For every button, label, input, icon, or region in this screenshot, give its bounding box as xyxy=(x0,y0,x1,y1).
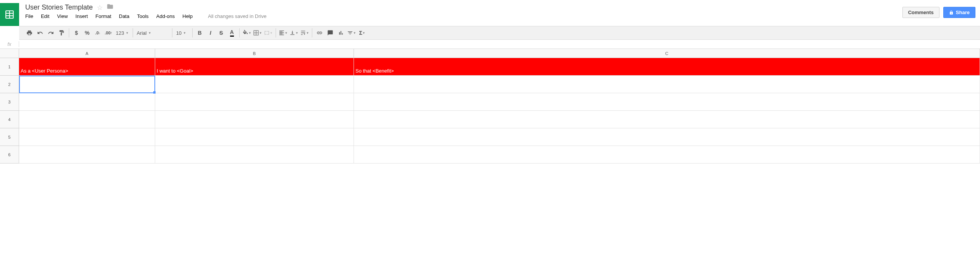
row-header-5[interactable]: 5 xyxy=(0,128,19,146)
cell-c5[interactable] xyxy=(354,128,980,146)
col-header-a[interactable]: A xyxy=(19,49,155,58)
caret-icon: ▼ xyxy=(306,31,309,35)
menu-help[interactable]: Help xyxy=(182,13,193,19)
toolbar: $ % .0↓ .00↑ 123 ▼ Arial ▼ 10 ▼ B I S A … xyxy=(19,26,980,40)
cell-c2[interactable] xyxy=(354,76,980,93)
cell-a1[interactable]: As a <User Persona> xyxy=(19,58,155,76)
cell-a3[interactable] xyxy=(19,93,155,111)
undo-icon[interactable] xyxy=(35,28,45,38)
row-header-1[interactable]: 1 xyxy=(0,58,19,76)
menu-tools[interactable]: Tools xyxy=(137,13,148,19)
percent-button[interactable]: % xyxy=(82,28,92,38)
comments-button[interactable]: Comments xyxy=(902,7,939,18)
select-all-corner[interactable] xyxy=(0,49,19,58)
menu-insert[interactable]: Insert xyxy=(75,13,88,19)
col-header-c[interactable]: C xyxy=(354,49,980,58)
cell-a5[interactable] xyxy=(19,128,155,146)
cell-a6[interactable] xyxy=(19,146,155,163)
cell-c1[interactable]: So that <Benefit> xyxy=(354,58,980,76)
row-header-4[interactable]: 4 xyxy=(0,111,19,128)
cell-a4[interactable] xyxy=(19,111,155,128)
functions-icon[interactable]: Σ▼ xyxy=(357,28,367,38)
star-icon[interactable]: ☆ xyxy=(97,3,103,12)
caret-icon: ▼ xyxy=(259,31,262,35)
row-header-6[interactable]: 6 xyxy=(0,146,19,163)
insert-comment-icon[interactable] xyxy=(325,28,335,38)
menu-addons[interactable]: Add-ons xyxy=(156,13,175,19)
text-color-button[interactable]: A xyxy=(227,28,237,38)
cell-c6[interactable] xyxy=(354,146,980,163)
cell-b3[interactable] xyxy=(155,93,354,111)
redo-icon[interactable] xyxy=(46,28,56,38)
header-buttons: Comments Share xyxy=(902,7,975,18)
text-wrap-button[interactable]: ▼ xyxy=(300,28,310,38)
save-status: All changes saved in Drive xyxy=(208,13,266,19)
share-label: Share xyxy=(956,10,970,15)
insert-link-icon[interactable] xyxy=(315,28,325,38)
document-title[interactable]: User Stories Template xyxy=(25,3,93,11)
caret-icon: ▼ xyxy=(248,31,251,35)
caret-icon: ▼ xyxy=(295,31,299,35)
app-logo[interactable] xyxy=(0,3,19,26)
lock-icon xyxy=(949,10,954,15)
caret-icon: ▼ xyxy=(183,31,186,35)
caret-icon: ▼ xyxy=(362,31,365,35)
row-header-3[interactable]: 3 xyxy=(0,93,19,111)
cell-a2[interactable] xyxy=(19,76,155,93)
merge-cells-button[interactable]: ▼ xyxy=(263,28,273,38)
paint-format-icon[interactable] xyxy=(57,28,67,38)
share-button[interactable]: Share xyxy=(943,7,975,18)
caret-icon: ▼ xyxy=(270,31,273,35)
bold-button[interactable]: B xyxy=(195,28,205,38)
cell-b4[interactable] xyxy=(155,111,354,128)
caret-icon: ▼ xyxy=(285,31,288,35)
col-header-b[interactable]: B xyxy=(155,49,354,58)
font-size-select[interactable]: 10 ▼ xyxy=(175,30,190,36)
decrease-decimal-button[interactable]: .0↓ xyxy=(93,28,103,38)
cell-b2[interactable] xyxy=(155,76,354,93)
cell-b1[interactable]: I want to <Goal> xyxy=(155,58,354,76)
fill-color-button[interactable]: ▼ xyxy=(242,28,252,38)
menu-file[interactable]: File xyxy=(25,13,33,19)
menu-format[interactable]: Format xyxy=(96,13,111,19)
caret-icon: ▼ xyxy=(148,31,151,35)
filter-icon[interactable]: ▼ xyxy=(347,28,357,38)
horizontal-align-button[interactable]: ▼ xyxy=(278,28,288,38)
increase-decimal-button[interactable]: .00↑ xyxy=(104,28,114,38)
cell-b5[interactable] xyxy=(155,128,354,146)
menu-data[interactable]: Data xyxy=(119,13,129,19)
menubar: File Edit View Insert Format Data Tools … xyxy=(25,13,902,19)
caret-icon: ▼ xyxy=(353,31,356,35)
menu-edit[interactable]: Edit xyxy=(41,13,49,19)
header: User Stories Template ☆ File Edit View I… xyxy=(0,0,980,26)
menu-view[interactable]: View xyxy=(57,13,68,19)
currency-button[interactable]: $ xyxy=(71,28,81,38)
title-area: User Stories Template ☆ File Edit View I… xyxy=(25,3,902,19)
fx-label: fx xyxy=(0,41,19,47)
folder-icon[interactable] xyxy=(107,3,114,12)
font-select[interactable]: Arial ▼ xyxy=(135,30,170,36)
formula-bar: fx xyxy=(0,40,980,49)
cell-c4[interactable] xyxy=(354,111,980,128)
caret-icon: ▼ xyxy=(126,31,129,35)
vertical-align-button[interactable]: ▼ xyxy=(289,28,299,38)
italic-button[interactable]: I xyxy=(206,28,216,38)
cell-c3[interactable] xyxy=(354,93,980,111)
more-formats-dropdown[interactable]: 123 ▼ xyxy=(114,30,130,36)
row-header-2[interactable]: 2 xyxy=(0,76,19,93)
cell-b6[interactable] xyxy=(155,146,354,163)
spreadsheet-grid: A B C 1 As a <User Persona> I want to <G… xyxy=(0,49,980,163)
formula-input[interactable] xyxy=(19,41,980,47)
insert-chart-icon[interactable] xyxy=(336,28,346,38)
print-icon[interactable] xyxy=(24,28,34,38)
borders-button[interactable]: ▼ xyxy=(253,28,263,38)
strikethrough-button[interactable]: S xyxy=(216,28,226,38)
